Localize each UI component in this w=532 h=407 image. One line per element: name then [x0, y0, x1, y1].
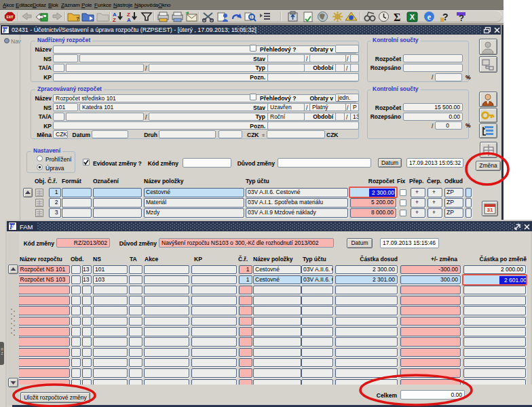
svg-text:EXIT: EXIT	[6, 16, 13, 19]
svg-text:Σ: Σ	[394, 12, 400, 22]
svg-text:Z: Z	[113, 17, 116, 22]
svg-text:X: X	[410, 13, 415, 21]
svg-text:A: A	[127, 17, 131, 22]
svg-text:?: ?	[459, 13, 464, 22]
svg-text:e: e	[428, 12, 432, 22]
svg-text:31: 31	[487, 207, 493, 213]
svg-text:?: ?	[76, 16, 79, 22]
